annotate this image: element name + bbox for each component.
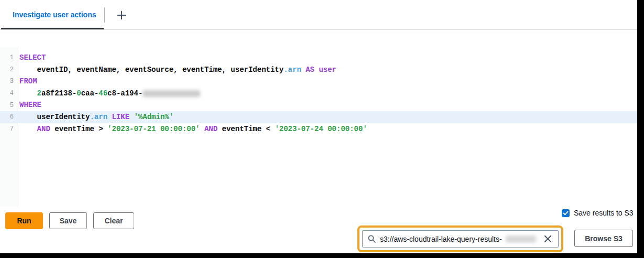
s3-uri-input[interactable]: s3://aws-cloudtrail-lake-query-results- — [362, 230, 559, 248]
line-number: 1 — [0, 54, 17, 61]
code-line-3[interactable]: 3FROM — [0, 76, 637, 88]
line-number: 2 — [0, 66, 17, 73]
code-line-5[interactable]: 5WHERE — [0, 99, 637, 111]
plus-icon — [116, 10, 127, 20]
code-line-1[interactable]: 1SELECT — [0, 52, 637, 64]
screenshot-border-right — [637, 0, 644, 258]
sql-editor[interactable]: 1SELECT2 eventID, eventName, eventSource… — [0, 47, 637, 206]
tab-bar: Investigate user actions — [0, 0, 637, 30]
close-icon — [544, 235, 552, 243]
line-number: 7 — [0, 125, 17, 133]
annotation-highlight-box: s3://aws-cloudtrail-lake-query-results- — [357, 225, 563, 252]
cloudtrail-query-editor: Investigate user actions — [0, 0, 644, 258]
redacted-text — [143, 90, 200, 97]
browse-s3-button[interactable]: Browse S3 — [574, 230, 633, 247]
redacted-text — [506, 235, 536, 243]
line-number: 3 — [0, 78, 17, 85]
save-results-checkbox-row[interactable]: Save results to S3 — [562, 209, 634, 217]
line-number: 6 — [0, 113, 17, 121]
s3-uri-value: s3://aws-cloudtrail-lake-query-results- — [380, 235, 502, 243]
code-line-6[interactable]: 6 userIdentity.arn LIKE '%Admin%' — [0, 111, 637, 123]
code-lines: 1SELECT2 eventID, eventName, eventSource… — [0, 52, 637, 135]
checkbox-checked-icon[interactable] — [562, 209, 570, 217]
code-text: AND eventTime > '2023-07-21 00:00:00' AN… — [17, 123, 367, 135]
save-button[interactable]: Save — [49, 212, 87, 229]
code-text: eventID, eventName, eventSource, eventTi… — [17, 64, 336, 76]
screenshot-border-bottom — [0, 253, 644, 258]
code-text: userIdentity.arn LIKE '%Admin%' — [17, 111, 173, 123]
code-text: FROM — [17, 76, 37, 88]
line-number: 4 — [0, 90, 17, 97]
clear-input-button[interactable] — [542, 233, 553, 245]
code-line-7[interactable]: 7 AND eventTime > '2023-07-21 00:00:00' … — [0, 123, 637, 135]
search-icon — [367, 234, 376, 243]
save-results-label: Save results to S3 — [574, 209, 634, 217]
code-text: 2a8f2138-0caa-46c8-a194- — [17, 88, 200, 100]
code-text: SELECT — [17, 52, 46, 64]
clear-button[interactable]: Clear — [93, 212, 134, 229]
code-text: WHERE — [17, 99, 41, 111]
code-line-2[interactable]: 2 eventID, eventName, eventSource, event… — [0, 64, 637, 76]
tab-investigate-user-actions[interactable]: Investigate user actions — [13, 10, 96, 19]
add-tab-button[interactable] — [111, 7, 132, 24]
tab-divider — [104, 7, 105, 23]
code-line-4[interactable]: 4 2a8f2138-0caa-46c8-a194- — [0, 88, 637, 100]
editor-toolbar — [0, 30, 637, 47]
tab-bar-border — [0, 29, 637, 30]
run-button[interactable]: Run — [5, 212, 43, 229]
line-number: 5 — [0, 102, 17, 109]
